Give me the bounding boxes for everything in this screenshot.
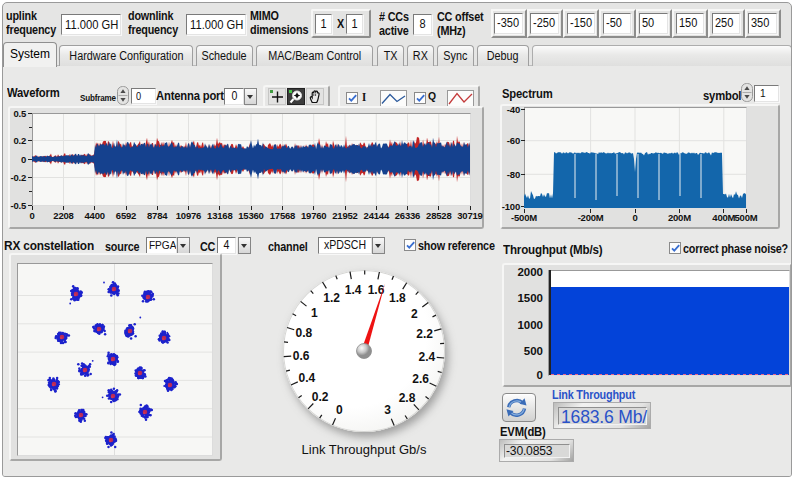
svg-text:1: 1	[311, 306, 318, 320]
svg-text:1.4: 1.4	[345, 283, 362, 297]
svg-text:0.4: 0.4	[299, 371, 316, 385]
svg-text:0.2: 0.2	[312, 390, 329, 404]
svg-text:1.6: 1.6	[368, 283, 385, 297]
svg-text:2: 2	[411, 307, 418, 321]
svg-text:1.2: 1.2	[323, 291, 340, 305]
svg-text:3: 3	[384, 403, 391, 417]
svg-text:2.2: 2.2	[416, 327, 433, 341]
svg-text:0.6: 0.6	[293, 349, 310, 363]
svg-text:2.4: 2.4	[418, 350, 435, 364]
svg-text:1.8: 1.8	[389, 291, 406, 305]
svg-text:0.8: 0.8	[295, 326, 312, 340]
svg-text:2.6: 2.6	[412, 372, 429, 386]
svg-text:2.8: 2.8	[399, 391, 416, 405]
svg-text:0: 0	[336, 403, 343, 417]
